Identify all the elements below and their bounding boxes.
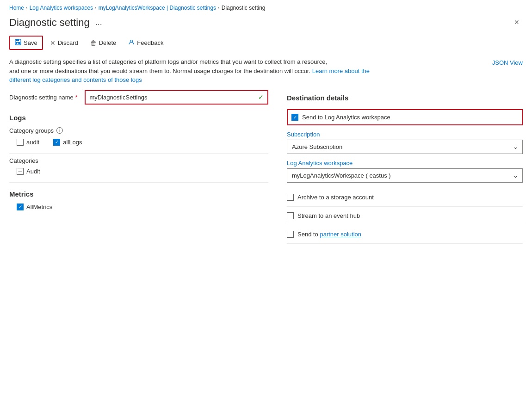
- page-header: Diagnostic setting ... ×: [0, 14, 532, 34]
- audit-checkbox-item[interactable]: audit: [17, 139, 39, 146]
- save-icon: [15, 39, 21, 47]
- allMetrics-checkbox-item[interactable]: AllMetrics: [17, 204, 52, 210]
- category-groups-header: Category groups i: [9, 127, 268, 134]
- partner-option[interactable]: Send to partner solution: [287, 225, 523, 244]
- storage-checkbox[interactable]: [287, 194, 294, 201]
- allLogs-checkbox[interactable]: [53, 139, 60, 146]
- breadcrumb-workspace[interactable]: myLogAnalyticsWorkspace | Diagnostic set…: [99, 5, 216, 11]
- storage-label: Archive to a storage account: [297, 194, 374, 201]
- discard-label: Discard: [58, 39, 78, 46]
- allMetrics-checkbox[interactable]: [17, 204, 24, 210]
- required-star: *: [75, 94, 77, 101]
- breadcrumb-current: Diagnostic setting: [222, 5, 266, 11]
- workspace-field: Log Analytics workspace myLogAnalyticsWo…: [287, 160, 523, 183]
- subscription-field: Subscription Azure Subscription ⌄: [287, 131, 523, 154]
- category-groups-checkboxes: audit allLogs: [17, 139, 268, 146]
- subscription-select[interactable]: Azure Subscription: [287, 140, 523, 154]
- feedback-icon: [128, 39, 135, 47]
- breadcrumb-sep-1: ›: [26, 5, 28, 11]
- setting-name-input[interactable]: [86, 91, 267, 104]
- breadcrumb-sep-3: ›: [218, 5, 220, 11]
- breadcrumb-log-analytics[interactable]: Log Analytics workspaces: [30, 5, 93, 11]
- metrics-section-title: Metrics: [9, 190, 268, 198]
- breadcrumb-sep-2: ›: [95, 5, 97, 11]
- audit-category-checkbox[interactable]: [17, 168, 24, 175]
- category-groups-label: Category groups: [9, 127, 54, 134]
- storage-option[interactable]: Archive to a storage account: [287, 188, 523, 207]
- log-analytics-label: Send to Log Analytics workspace: [302, 114, 390, 121]
- right-panel: Destination details Send to Log Analytic…: [287, 90, 523, 244]
- save-button[interactable]: Save: [9, 36, 43, 50]
- log-analytics-option[interactable]: Send to Log Analytics workspace: [287, 109, 523, 125]
- delete-button[interactable]: 🗑 Delete: [85, 37, 122, 49]
- input-valid-icon: ✓: [258, 93, 264, 101]
- allLogs-checkbox-item[interactable]: allLogs: [53, 139, 82, 146]
- audit-category-label: Audit: [26, 168, 40, 175]
- description-bar: A diagnostic setting specifies a list of…: [0, 55, 532, 90]
- setting-name-row: Diagnostic setting name * ✓: [9, 90, 268, 105]
- log-analytics-checkbox[interactable]: [291, 114, 298, 121]
- audit-category-item[interactable]: Audit: [17, 168, 268, 175]
- discard-button[interactable]: ✕ Discard: [45, 37, 83, 49]
- categories-items: Audit: [17, 168, 268, 175]
- divider-2: [9, 182, 268, 183]
- metrics-checkboxes: AllMetrics: [17, 204, 268, 210]
- toolbar: Save ✕ Discard 🗑 Delete Feedback: [0, 34, 532, 55]
- event-hub-option[interactable]: Stream to an event hub: [287, 207, 523, 225]
- json-view-link[interactable]: JSON View: [492, 57, 523, 85]
- breadcrumb: Home › Log Analytics workspaces › myLogA…: [0, 0, 532, 14]
- allMetrics-label: AllMetrics: [26, 204, 52, 210]
- audit-checkbox-label: audit: [26, 139, 39, 146]
- workspace-label: Log Analytics workspace: [287, 160, 523, 167]
- desc-text-2: and one or more destinations that you wo…: [9, 68, 310, 74]
- close-button[interactable]: ×: [510, 16, 523, 29]
- workspace-select[interactable]: myLogAnalyticsWorkspace ( eastus ): [287, 168, 523, 183]
- breadcrumb-home[interactable]: Home: [9, 5, 24, 11]
- ellipsis-button[interactable]: ...: [93, 17, 104, 28]
- info-icon[interactable]: i: [56, 127, 63, 134]
- page-title: Diagnostic setting: [9, 17, 90, 29]
- svg-rect-1: [16, 39, 19, 41]
- setting-name-label: Diagnostic setting name *: [9, 94, 77, 101]
- categories-section: Categories Audit: [9, 157, 268, 175]
- metrics-section: Metrics AllMetrics: [9, 190, 268, 210]
- partner-label: Send to partner solution: [297, 231, 361, 238]
- destination-title: Destination details: [287, 94, 523, 102]
- event-hub-checkbox[interactable]: [287, 212, 294, 219]
- partner-link[interactable]: partner solution: [320, 231, 361, 238]
- logs-section-title: Logs: [9, 114, 268, 122]
- workspace-dropdown-wrapper: myLogAnalyticsWorkspace ( eastus ) ⌄: [287, 168, 523, 183]
- divider-1: [9, 153, 268, 154]
- setting-name-input-wrapper: ✓: [85, 90, 268, 105]
- event-hub-label: Stream to an event hub: [297, 212, 360, 219]
- allLogs-checkbox-label: allLogs: [63, 139, 82, 146]
- partner-checkbox[interactable]: [287, 231, 294, 238]
- delete-label: Delete: [99, 39, 117, 46]
- delete-icon: 🗑: [90, 39, 97, 47]
- subscription-label: Subscription: [287, 131, 523, 138]
- main-content: Diagnostic setting name * ✓ Logs Categor…: [0, 90, 532, 244]
- save-label: Save: [24, 39, 37, 46]
- categories-label: Categories: [9, 157, 268, 164]
- feedback-button[interactable]: Feedback: [123, 36, 168, 49]
- audit-checkbox[interactable]: [17, 139, 24, 146]
- feedback-label: Feedback: [137, 39, 163, 46]
- discard-icon: ✕: [50, 39, 56, 47]
- subscription-dropdown-wrapper: Azure Subscription ⌄: [287, 140, 523, 154]
- left-panel: Diagnostic setting name * ✓ Logs Categor…: [9, 90, 268, 244]
- svg-rect-3: [17, 43, 19, 44]
- desc-text-1: A diagnostic setting specifies a list of…: [9, 58, 327, 65]
- description-text: A diagnostic setting specifies a list of…: [9, 57, 389, 85]
